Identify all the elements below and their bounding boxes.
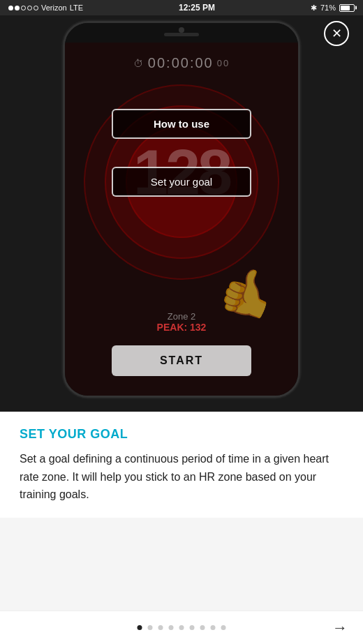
battery-icon [339, 4, 355, 12]
pagination-dots [138, 625, 226, 630]
status-right: ✱ 71% [311, 3, 355, 13]
pagination-dot-3[interactable] [158, 625, 163, 630]
signal-dot-4 [27, 6, 32, 10]
signal-dots [8, 6, 38, 10]
network-label: LTE [70, 3, 83, 12]
signal-dot-1 [8, 6, 13, 10]
phone-camera [179, 27, 184, 33]
pagination-dot-2[interactable] [148, 625, 153, 630]
timer-area: ⏱ 00:00:00 00 [65, 43, 298, 71]
next-arrow[interactable]: → [332, 619, 348, 637]
bottom-navigation: → [0, 611, 363, 644]
signal-dot-3 [21, 6, 26, 10]
timer-subseconds: 00 [217, 58, 230, 68]
phone-frame: Verizon LTE 12:25 PM ✱ 71% ✕ [0, 0, 363, 412]
timer-icon: ⏱ [133, 58, 145, 69]
battery-percent: 71% [320, 3, 336, 12]
content-title: SET YOUR GOAL [20, 427, 343, 442]
pagination-dot-1[interactable] [138, 625, 142, 630]
signal-dot-2 [15, 6, 20, 10]
zone-peak: PEAK: 132 [157, 322, 207, 333]
battery-fill [341, 6, 350, 10]
start-button[interactable]: START [112, 345, 251, 376]
how-to-use-button[interactable]: How to use [112, 109, 251, 139]
pagination-dot-7[interactable] [200, 625, 205, 630]
status-left: Verizon LTE [8, 3, 83, 12]
pagination-dot-9[interactable] [221, 625, 226, 630]
zone-info: Zone 2 PEAK: 132 [157, 311, 207, 333]
content-area: SET YOUR GOAL Set a goal defining a cont… [0, 412, 363, 518]
carrier-label: Verizon [41, 3, 67, 12]
phone-screen: ⏱ 00:00:00 00 128 How to use Set your go… [65, 43, 298, 396]
phone-bezel: ⏱ 00:00:00 00 128 How to use Set your go… [63, 21, 300, 398]
phone-speaker [164, 33, 199, 36]
pagination-dot-8[interactable] [211, 625, 216, 630]
pagination-dot-5[interactable] [179, 625, 184, 630]
phone-top-bar [65, 23, 298, 43]
zone-label: Zone 2 [157, 311, 207, 322]
signal-dot-5 [34, 6, 38, 10]
time-label: 12:25 PM [179, 3, 215, 13]
bluetooth-icon: ✱ [311, 3, 317, 13]
pagination-dot-4[interactable] [169, 625, 174, 630]
timer-display: ⏱ 00:00:00 00 [65, 55, 298, 71]
set-goal-button[interactable]: Set your goal [112, 167, 251, 197]
pagination-dot-6[interactable] [190, 625, 195, 630]
content-body: Set a goal defining a continuous period … [20, 450, 343, 504]
close-button[interactable]: ✕ [324, 21, 349, 46]
timer-value: 00:00:00 [148, 55, 214, 71]
status-bar: Verizon LTE 12:25 PM ✱ 71% [0, 0, 363, 15]
